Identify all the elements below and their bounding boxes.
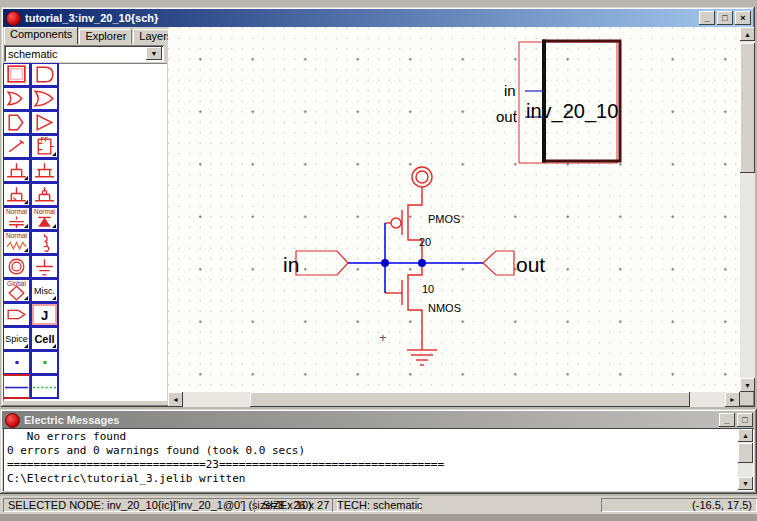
palette-spice[interactable]: Spice <box>3 326 31 351</box>
electric-logo-icon <box>5 413 20 428</box>
palette-cell[interactable]: Cell <box>30 326 59 351</box>
instance-name-label: inv_20_10 <box>526 100 618 123</box>
pmos-transistor[interactable] <box>385 200 422 259</box>
palette-or-gate[interactable] <box>30 86 59 111</box>
chevron-down-icon[interactable]: ▼ <box>146 47 162 60</box>
messages-vscrollbar[interactable]: ▲ ▼ <box>738 429 753 490</box>
palette-wire-segment[interactable] <box>3 134 31 159</box>
palette-square-node[interactable] <box>3 63 31 87</box>
popup-arrow-icon <box>52 152 56 156</box>
window-title: tutorial_3:inv_20_10{sch} <box>25 12 699 24</box>
close-button[interactable]: × <box>735 11 751 25</box>
maximize-button[interactable]: □ <box>717 11 733 25</box>
palette-misc[interactable]: Misc. <box>30 278 59 303</box>
palette-ground[interactable] <box>30 254 59 279</box>
palette-or-gate-small[interactable] <box>3 86 31 111</box>
nmos-transistor[interactable] <box>385 267 422 323</box>
scroll-up-icon[interactable]: ▲ <box>738 429 753 442</box>
palette-diode[interactable]: Normal <box>30 206 59 231</box>
scroll-left-icon[interactable]: ◄ <box>168 392 183 407</box>
messages-titlebar[interactable]: Electric Messages _ □ <box>2 411 755 429</box>
scroll-down-icon[interactable]: ▼ <box>738 477 753 490</box>
status-tech: TECH: schematic <box>332 498 420 512</box>
messages-vscroll-thumb[interactable] <box>738 443 753 463</box>
desktop-edge <box>0 514 757 521</box>
messages-text-area[interactable]: No errors found 0 errors and 0 warnings … <box>3 428 754 491</box>
palette-flipflop[interactable]: FF <box>30 134 59 159</box>
palette-capacitor[interactable]: Normal <box>3 206 31 231</box>
flipflop-label: FF <box>32 136 57 143</box>
palette-dashed-arc[interactable] <box>30 374 59 399</box>
schematic-canvas[interactable]: in out inv_20_10 PMOS 20 <box>168 27 740 392</box>
palette-transistor-a[interactable] <box>3 158 31 183</box>
palette-transistor-pmos[interactable] <box>30 182 59 207</box>
spice-label: Spice <box>4 334 29 344</box>
palette-blue-pin[interactable] <box>3 350 31 375</box>
palette-transistor-c[interactable] <box>3 182 31 207</box>
in-export[interactable]: in <box>283 251 348 276</box>
junction-dot[interactable] <box>418 259 426 267</box>
power-symbol[interactable] <box>412 167 432 200</box>
nmos-size-label: 10 <box>422 283 434 295</box>
technology-select[interactable]: schematic ▼ <box>4 45 164 62</box>
minimize-button[interactable]: _ <box>699 11 715 25</box>
palette-global-signal[interactable]: Global <box>3 278 31 303</box>
out-export[interactable]: out <box>483 251 545 276</box>
palette-and-gate[interactable] <box>30 63 59 87</box>
palette-bus-arc[interactable] <box>3 374 31 399</box>
desktop: tutorial_3:inv_20_10{sch} _ □ × Componen… <box>0 0 757 521</box>
palette-transistor-b[interactable] <box>30 158 59 183</box>
instance-port-out-label: out <box>496 108 518 125</box>
hscroll-thumb[interactable] <box>250 392 690 407</box>
component-palette: FF Normal <box>3 63 167 401</box>
nmos-label: NMOS <box>428 302 461 314</box>
instance-port-in-label: in <box>504 82 516 99</box>
out-label: out <box>516 253 545 276</box>
jogged-wire-label: J <box>32 307 57 322</box>
palette-power[interactable] <box>3 254 31 279</box>
popup-arrow-icon <box>24 176 28 180</box>
palette-buffer[interactable] <box>30 110 59 135</box>
ground-symbol[interactable] <box>407 323 437 365</box>
palette-resistor[interactable]: Normal <box>3 230 31 255</box>
cell-label: Cell <box>32 333 57 345</box>
popup-arrow-icon <box>52 296 56 300</box>
palette-green-pin[interactable] <box>30 350 59 375</box>
capacitor-label: Normal <box>4 208 29 215</box>
canvas-hscrollbar[interactable]: ◄ ► <box>168 392 740 407</box>
pmos-size-label: 20 <box>419 236 431 248</box>
main-window: tutorial_3:inv_20_10{sch} _ □ × Componen… <box>1 7 755 407</box>
palette-inductor[interactable] <box>30 230 59 255</box>
vscroll-thumb[interactable] <box>740 43 755 173</box>
technology-value: schematic <box>4 48 146 60</box>
main-titlebar[interactable]: tutorial_3:inv_20_10{sch} _ □ × <box>3 9 753 27</box>
palette-jogged-wire[interactable]: J <box>30 302 59 327</box>
messages-title: Electric Messages <box>24 414 719 426</box>
palette-mux[interactable] <box>3 110 31 135</box>
cell-instance[interactable]: in out inv_20_10 <box>496 40 620 164</box>
messages-maximize-button[interactable]: □ <box>737 413 753 427</box>
message-line: ==============================23========… <box>7 458 754 472</box>
wire[interactable] <box>348 223 483 293</box>
scroll-up-icon[interactable]: ▲ <box>740 27 755 41</box>
tab-components[interactable]: Components <box>4 27 78 44</box>
status-coordinates: (-16.5, 17.5) <box>601 498 757 512</box>
tab-explorer[interactable]: Explorer <box>79 29 132 44</box>
message-line: No errors found <box>7 430 754 444</box>
message-line: C:\Electric\tutorial_3.jelib written <box>7 472 754 486</box>
global-label: Global <box>4 280 29 287</box>
messages-minimize-button[interactable]: _ <box>719 413 735 427</box>
in-label: in <box>283 253 299 276</box>
junction-dot[interactable] <box>381 259 389 267</box>
scroll-right-icon[interactable]: ► <box>725 392 740 407</box>
pmos-label: PMOS <box>428 213 460 225</box>
popup-arrow-icon <box>24 296 28 300</box>
side-panel-tabs: Components Explorer Layers <box>4 28 179 44</box>
canvas-vscrollbar[interactable]: ▲ ▼ <box>740 27 755 392</box>
resistor-label: Normal <box>4 232 29 239</box>
status-size: SIZE: 26 x 27 <box>254 498 338 512</box>
popup-arrow-icon <box>52 224 56 228</box>
palette-export-pin[interactable] <box>3 302 31 327</box>
popup-arrow-icon <box>24 248 28 252</box>
scroll-down-icon[interactable]: ▼ <box>740 378 755 392</box>
